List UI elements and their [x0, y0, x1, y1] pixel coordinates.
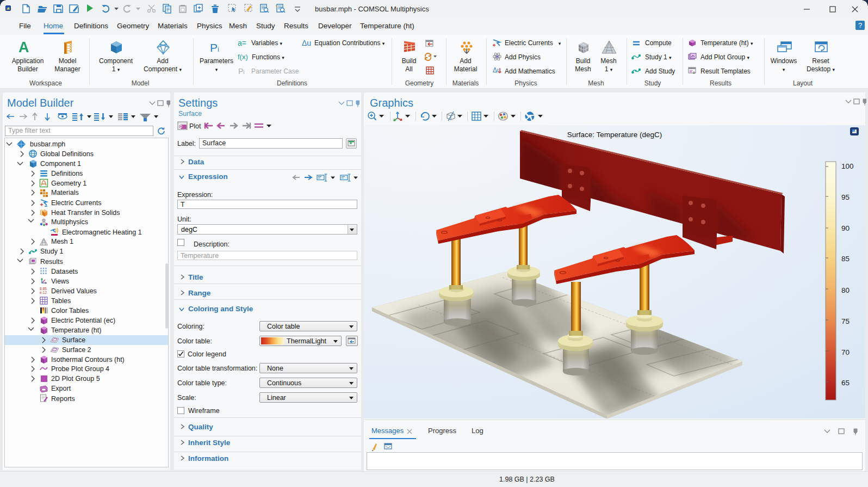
svg-text:Materials: Materials — [51, 189, 79, 196]
svg-text:Heat Transfer in Solids: Heat Transfer in Solids — [51, 209, 120, 217]
svg-text:Export: Export — [51, 385, 71, 392]
svg-text:8.85: 8.85 — [40, 287, 47, 291]
svg-text:Views: Views — [51, 278, 69, 285]
svg-text:Reports: Reports — [51, 395, 75, 403]
svg-text:Electric Potential (ec): Electric Potential (ec) — [51, 317, 115, 324]
svg-text:Geometry 1: Geometry 1 — [51, 180, 86, 187]
svg-text:Multiphysics: Multiphysics — [51, 218, 88, 226]
svg-text:Study 1: Study 1 — [40, 248, 63, 255]
svg-text:100: 100 — [841, 162, 854, 170]
svg-text:Surface: Temperature (degC): Surface: Temperature (degC) — [567, 131, 662, 139]
svg-text:Plot: Plot — [189, 122, 201, 130]
svg-text:Derived Values: Derived Values — [51, 287, 97, 295]
svg-text:Tables: Tables — [51, 297, 71, 305]
svg-text:80: 80 — [841, 286, 850, 294]
svg-text:Results: Results — [40, 258, 63, 266]
svg-text:Component 1: Component 1 — [40, 160, 81, 168]
svg-text:Temperature (ht): Temperature (ht) — [51, 326, 101, 334]
svg-text:70: 70 — [841, 348, 850, 356]
svg-text:85: 85 — [841, 255, 850, 263]
svg-text:Electric Currents: Electric Currents — [51, 199, 101, 207]
svg-text:Isothermal Contours (ht): Isothermal Contours (ht) — [51, 356, 125, 363]
svg-text:75: 75 — [841, 317, 850, 325]
svg-text:65: 65 — [841, 379, 850, 387]
svg-text:Probe Plot Group 4: Probe Plot Group 4 — [51, 365, 109, 373]
svg-text:Global Definitions: Global Definitions — [40, 150, 94, 158]
svg-text:e-12: e-12 — [40, 291, 47, 294]
svg-text:Definitions: Definitions — [51, 170, 83, 177]
svg-text:Surface 2: Surface 2 — [62, 346, 91, 354]
svg-text:busbar.mph: busbar.mph — [30, 140, 65, 148]
svg-text:95: 95 — [841, 193, 850, 201]
svg-text:Surface: Surface — [62, 336, 85, 344]
svg-text:90: 90 — [841, 224, 850, 232]
svg-text:Electromagnetic Heating 1: Electromagnetic Heating 1 — [62, 229, 142, 236]
svg-text:Datasets: Datasets — [51, 268, 78, 275]
svg-text:2D Plot Group 5: 2D Plot Group 5 — [51, 375, 100, 383]
svg-text:Mesh 1: Mesh 1 — [51, 238, 73, 245]
svg-text:Color Tables: Color Tables — [51, 307, 89, 315]
